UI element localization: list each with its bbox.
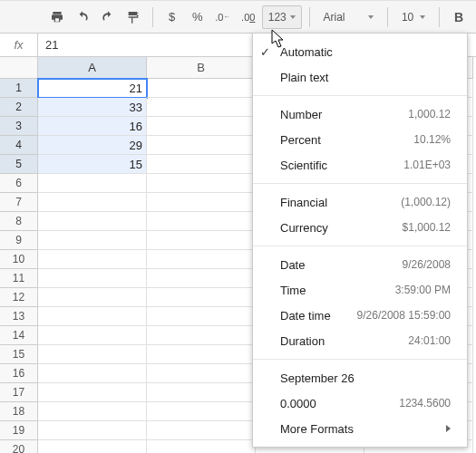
row-header-14[interactable]: 14 — [0, 326, 38, 345]
menu-item-financial[interactable]: Financial (1,000.12) — [253, 189, 467, 215]
menu-item-date[interactable]: Date 9/26/2008 — [253, 252, 467, 277]
cell-B18[interactable] — [147, 402, 256, 421]
menu-item-percent[interactable]: Percent 10.12% — [253, 127, 467, 152]
cell-A11[interactable] — [38, 269, 147, 288]
font-family-dropdown[interactable]: Arial — [317, 5, 381, 29]
cell-B14[interactable] — [147, 326, 256, 345]
row-header-3[interactable]: 3 — [0, 117, 38, 136]
cell-A13[interactable] — [38, 307, 147, 326]
row-header-15[interactable]: 15 — [0, 345, 38, 364]
paint-format-button[interactable] — [121, 5, 145, 29]
row-header-5[interactable]: 5 — [0, 155, 38, 174]
decrease-decimal-button[interactable]: .0← — [211, 5, 235, 29]
cell-A15[interactable] — [38, 345, 147, 364]
chevron-down-icon — [368, 15, 374, 19]
cell-B7[interactable] — [147, 193, 256, 212]
cell-B11[interactable] — [147, 269, 256, 288]
cell-A18[interactable] — [38, 402, 147, 421]
cell-B4[interactable] — [147, 136, 256, 155]
menu-item-duration[interactable]: Duration 24:01:00 — [253, 328, 467, 353]
menu-example: 1,000.12 — [408, 108, 451, 120]
menu-item-currency[interactable]: Currency $1,000.12 — [253, 215, 467, 240]
row-header-11[interactable]: 11 — [0, 269, 38, 288]
menu-item-plaintext[interactable]: Plain text — [253, 64, 467, 90]
bold-button[interactable]: B — [447, 5, 471, 29]
row-header-7[interactable]: 7 — [0, 193, 38, 212]
cell-B10[interactable] — [147, 250, 256, 269]
menu-label: Automatic — [280, 45, 333, 59]
cell-A1[interactable]: 21 — [38, 79, 147, 98]
increase-decimal-button[interactable]: .00 — [237, 5, 260, 29]
cell-A3[interactable]: 16 — [38, 117, 147, 136]
menu-example: 1234.5600 — [399, 397, 451, 410]
currency-button[interactable]: $ — [160, 5, 184, 29]
check-icon: ✓ — [260, 45, 270, 59]
row-header-19[interactable]: 19 — [0, 421, 38, 440]
row-header-10[interactable]: 10 — [0, 250, 38, 269]
row-header-8[interactable]: 8 — [0, 212, 38, 231]
cell-A20[interactable] — [38, 440, 147, 453]
select-all-corner[interactable] — [0, 57, 38, 79]
cell-B1[interactable] — [147, 79, 256, 98]
cell-A4[interactable]: 29 — [38, 136, 147, 155]
cell-B16[interactable] — [147, 364, 256, 383]
menu-item-datetime[interactable]: Date time 9/26/2008 15:59:00 — [253, 303, 467, 328]
number-format-menu: ✓ Automatic Plain text Number 1,000.12 P… — [252, 33, 468, 448]
row-header-17[interactable]: 17 — [0, 383, 38, 402]
menu-item-number[interactable]: Number 1,000.12 — [253, 101, 467, 127]
cell-B19[interactable] — [147, 421, 256, 440]
cell-B6[interactable] — [147, 174, 256, 193]
cell-A8[interactable] — [38, 212, 147, 231]
menu-item-time[interactable]: Time 3:59:00 PM — [253, 277, 467, 303]
cell-A5[interactable]: 15 — [38, 155, 147, 174]
menu-item-more-formats[interactable]: More Formats — [253, 416, 467, 441]
cell-B2[interactable] — [147, 98, 256, 117]
row-header-18[interactable]: 18 — [0, 402, 38, 421]
cell-B17[interactable] — [147, 383, 256, 402]
row-header-2[interactable]: 2 — [0, 98, 38, 117]
cell-B5[interactable] — [147, 155, 256, 174]
cell-A16[interactable] — [38, 364, 147, 383]
menu-item-automatic[interactable]: ✓ Automatic — [253, 39, 467, 64]
cell-A19[interactable] — [38, 421, 147, 440]
cell-B3[interactable] — [147, 117, 256, 136]
cell-A17[interactable] — [38, 383, 147, 402]
menu-example: (1,000.12) — [401, 196, 451, 208]
percent-button[interactable]: % — [186, 5, 209, 29]
row-header-6[interactable]: 6 — [0, 174, 38, 193]
menu-label: Currency — [280, 221, 328, 235]
font-size-dropdown[interactable]: 10 — [395, 5, 432, 29]
cell-A6[interactable] — [38, 174, 147, 193]
print-button[interactable] — [45, 5, 69, 29]
cell-A10[interactable] — [38, 250, 147, 269]
cell-B15[interactable] — [147, 345, 256, 364]
column-header-A[interactable]: A — [38, 57, 147, 79]
cell-B20[interactable] — [147, 440, 256, 453]
font-family-label: Arial — [324, 11, 345, 24]
row-header-9[interactable]: 9 — [0, 231, 38, 250]
cell-A2[interactable]: 33 — [38, 98, 147, 117]
redo-button[interactable] — [96, 5, 120, 29]
menu-item-custom-date[interactable]: September 26 — [253, 365, 467, 390]
row-header-1[interactable]: 1 — [0, 79, 38, 98]
row-header-12[interactable]: 12 — [0, 288, 38, 307]
cell-B13[interactable] — [147, 307, 256, 326]
cell-B8[interactable] — [147, 212, 256, 231]
number-format-dropdown[interactable]: 123 — [262, 5, 302, 29]
cell-B9[interactable] — [147, 231, 256, 250]
column-header-B[interactable]: B — [147, 57, 256, 79]
cell-A12[interactable] — [38, 288, 147, 307]
undo-button[interactable] — [71, 5, 94, 29]
menu-item-scientific[interactable]: Scientific 1.01E+03 — [253, 152, 467, 178]
cell-A7[interactable] — [38, 193, 147, 212]
menu-item-custom-number[interactable]: 0.0000 1234.5600 — [253, 390, 467, 416]
menu-example: 10.12% — [413, 133, 451, 146]
row-header-16[interactable]: 16 — [0, 364, 38, 383]
separator — [309, 7, 310, 27]
row-header-4[interactable]: 4 — [0, 136, 38, 155]
cell-A9[interactable] — [38, 231, 147, 250]
cell-A14[interactable] — [38, 326, 147, 345]
row-header-20[interactable]: 20 — [0, 440, 38, 453]
row-header-13[interactable]: 13 — [0, 307, 38, 326]
cell-B12[interactable] — [147, 288, 256, 307]
